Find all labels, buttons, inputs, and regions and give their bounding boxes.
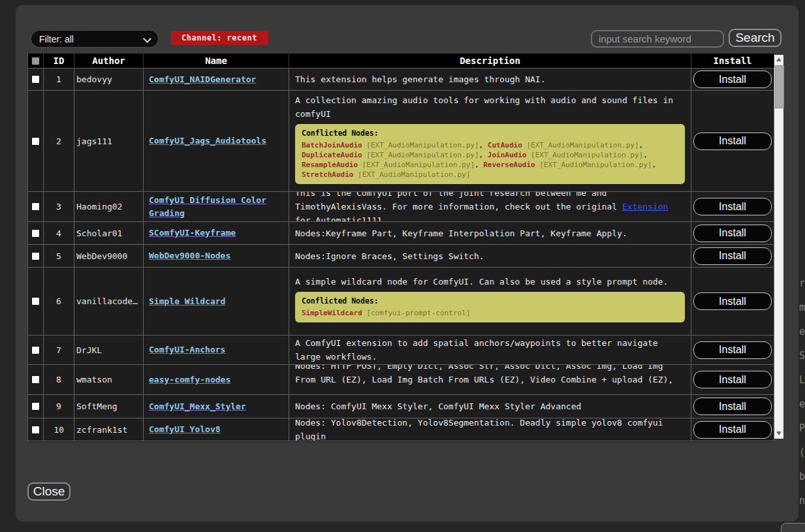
row-name-cell: easy-comfy-nodes [144, 365, 289, 395]
row-checkbox-cell [28, 365, 44, 395]
background-text-fragment: b [799, 471, 805, 482]
conflicted-nodes-warning: Conflicted Nodes:SimpleWildcard [comfyui… [295, 292, 685, 322]
extension-name-link[interactable]: SComfyUI-Keyframe [149, 227, 236, 240]
description-text: A ComfyUI extension to add spatial ancho… [295, 336, 685, 364]
select-row-checkbox[interactable] [31, 252, 40, 260]
extension-name-link[interactable]: ComfyUI-Anchors [149, 343, 225, 356]
row-install-cell: Install [691, 222, 774, 245]
row-install-cell: Install [691, 69, 774, 91]
row-author-cell: vanillacode… [74, 268, 144, 336]
row-name-cell: ComfyUI_Jags_Audiotools [144, 91, 289, 192]
row-id-cell: 1 [44, 69, 74, 91]
install-button[interactable]: Install [693, 398, 772, 415]
conflict-items: BatchJoinAudio [EXT_AudioManipulation.py… [302, 140, 678, 180]
install-button[interactable]: Install [693, 70, 772, 88]
filter-dropdown-wrap: Filter: all [31, 30, 159, 48]
install-button[interactable]: Install [693, 198, 772, 215]
conflicted-nodes-warning: Conflicted Nodes:BatchJoinAudio [EXT_Aud… [295, 124, 685, 184]
row-checkbox-cell [28, 69, 44, 91]
extensions-table: ID Author Name Description Install 1bedo… [27, 54, 774, 442]
select-row-checkbox[interactable] [31, 346, 40, 354]
row-name-cell: ComfyUI-Anchors [144, 336, 289, 365]
close-button[interactable]: Close [27, 482, 71, 501]
select-row-checkbox[interactable] [31, 137, 40, 146]
row-description-cell: A ComfyUI extension to add spatial ancho… [289, 336, 691, 365]
conflict-title: Conflicted Nodes: [302, 296, 678, 306]
install-button[interactable]: Install [693, 225, 772, 242]
extension-inline-link[interactable]: Extension [622, 202, 668, 211]
background-text-fragment: S [799, 350, 805, 362]
select-row-checkbox[interactable] [31, 229, 40, 238]
channel-badge-button[interactable]: Channel: recent [170, 31, 268, 45]
row-id-cell: 8 [44, 365, 74, 395]
row-install-cell: Install [691, 418, 774, 441]
custom-nodes-installer-dialog: Filter: all Channel: recent Search ID Au… [16, 5, 798, 522]
background-text-fragment: e [799, 398, 805, 410]
row-id-cell: 5 [44, 245, 74, 268]
select-row-checkbox[interactable] [31, 375, 40, 384]
background-text-fragment: e [799, 326, 805, 337]
scrollbar-thumb[interactable] [775, 65, 784, 108]
select-row-checkbox[interactable] [31, 297, 40, 305]
filter-select[interactable]: Filter: all [31, 30, 159, 48]
row-name-cell: ComfyUI_NAIDGenerator [144, 69, 289, 91]
scroll-down-icon[interactable] [774, 429, 783, 437]
row-install-cell: Install [691, 336, 774, 365]
search-input[interactable] [591, 30, 724, 48]
row-install-cell: Install [691, 268, 774, 336]
extension-name-link[interactable]: WebDev9000-Nodes [149, 249, 230, 262]
row-description-cell: This is the ComfyUI port of the joint re… [289, 192, 691, 222]
select-row-checkbox[interactable] [31, 75, 40, 84]
background-text-fragment: r [799, 277, 805, 289]
row-description-cell: Nodes:Ignore Braces, Settings Switch. [289, 245, 691, 268]
select-row-checkbox[interactable] [31, 202, 40, 211]
row-name-cell: WebDev9000-Nodes [144, 245, 289, 268]
row-checkbox-cell [28, 336, 44, 365]
install-button[interactable]: Install [693, 247, 772, 265]
search-button[interactable]: Search [729, 29, 781, 47]
install-button[interactable]: Install [693, 341, 772, 359]
extension-name-link[interactable]: ComfyUI_Mexx_Styler [149, 400, 246, 413]
extension-name-link[interactable]: ComfyUI_Jags_Audiotools [149, 134, 266, 148]
description-text: A collection amazing audio tools for wor… [295, 93, 685, 121]
extension-name-link[interactable]: ComfyUI Diffusion Color Grading [149, 194, 283, 220]
row-id-cell: 9 [44, 395, 74, 418]
select-row-checkbox[interactable] [31, 426, 40, 434]
row-id-cell: 3 [44, 192, 74, 222]
extension-name-link[interactable]: ComfyUI Yolov8 [149, 423, 221, 436]
row-author-cell: DrJKL [74, 336, 144, 365]
row-checkbox-cell [28, 395, 44, 418]
install-button[interactable]: Install [693, 292, 772, 310]
row-name-cell: ComfyUI Yolov8 [144, 418, 289, 441]
row-description-cell: Nodes: HTTP POST, Empty Dict, Assoc Str,… [289, 365, 691, 395]
background-text-fragment: m [799, 302, 805, 313]
select-row-checkbox[interactable] [31, 402, 40, 411]
background-partial-button [781, 523, 805, 532]
background-text-fragment: n [799, 495, 805, 507]
header-id: ID [44, 54, 74, 69]
install-button[interactable]: Install [693, 421, 772, 439]
row-id-cell: 7 [44, 336, 74, 365]
extension-name-link[interactable]: Simple Wildcard [149, 295, 225, 308]
conflict-items: SimpleWildcard [comfyui-prompt-control] [302, 308, 678, 318]
description-text: Nodes: HTTP POST, Empty Dict, Assoc Str,… [295, 365, 685, 395]
scroll-up-icon[interactable] [774, 55, 783, 63]
extension-name-link[interactable]: ComfyUI_NAIDGenerator [149, 73, 256, 86]
row-name-cell: ComfyUI_Mexx_Styler [144, 395, 289, 418]
row-install-cell: Install [691, 192, 774, 222]
description-text: A simple wildcard node for ComfyUI. Can … [295, 275, 685, 289]
extension-name-link[interactable]: easy-comfy-nodes [149, 373, 230, 386]
select-all-checkbox[interactable] [31, 57, 40, 65]
table-scrollbar[interactable] [774, 55, 783, 439]
row-checkbox-cell [28, 222, 44, 245]
row-description-cell: Nodes:Keyframe Part, Keyframe Interpolat… [289, 222, 691, 245]
row-description-cell: Nodes: ComfyUI Mexx Styler, ComfyUI Mexx… [289, 395, 691, 418]
header-name: Name [144, 54, 289, 69]
row-name-cell: Simple Wildcard [144, 268, 289, 336]
row-name-cell: ComfyUI Diffusion Color Grading [144, 192, 289, 222]
install-button[interactable]: Install [693, 133, 772, 150]
row-id-cell: 4 [44, 222, 74, 245]
row-id-cell: 6 [44, 268, 74, 336]
description-text: This is the ComfyUI port of the joint re… [295, 192, 685, 222]
install-button[interactable]: Install [693, 371, 772, 388]
